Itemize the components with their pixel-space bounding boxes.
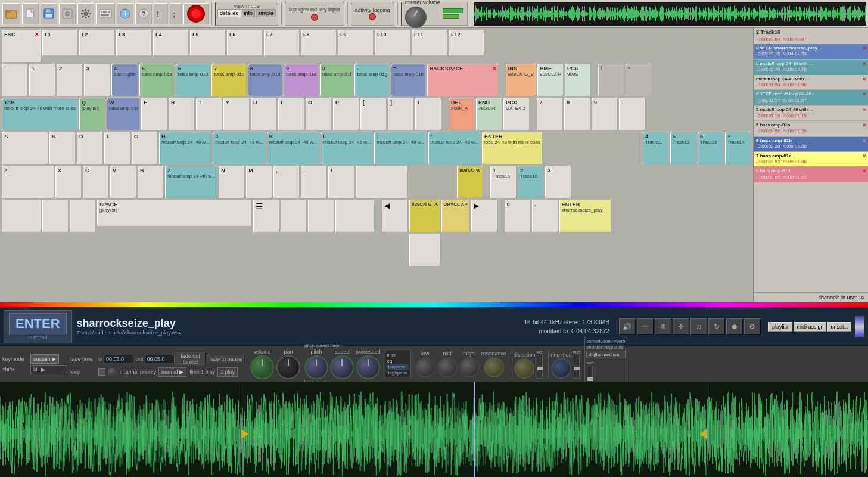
key-u[interactable]: U: [251, 98, 277, 131]
key-numstar[interactable]: *: [626, 64, 652, 97]
key-2[interactable]: 2: [57, 64, 83, 97]
track-item-16[interactable]: 2 Track16 -0:00:20.64 /0:00:48.87: [754, 28, 868, 44]
key-listsel[interactable]: ☰: [253, 200, 279, 233]
key-h[interactable]: Hmcduff loop 24 -48 w...: [159, 132, 211, 165]
key-numminus[interactable]: -: [619, 98, 645, 131]
tab-detailed[interactable]: detailed: [217, 9, 241, 17]
loop-knob[interactable]: [108, 368, 116, 376]
midi-assign-btn[interactable]: midi assign: [794, 322, 826, 332]
key-rshift[interactable]: [356, 166, 408, 199]
key-backslash[interactable]: \: [415, 98, 441, 131]
key-j[interactable]: Jmcduff loop 24 -48 w...: [213, 132, 265, 165]
key-f12[interactable]: F12: [449, 30, 484, 56]
key-minus[interactable]: -bass amp-01g: [354, 64, 390, 97]
help-btn[interactable]: ?: [135, 3, 152, 24]
shortcut-btn[interactable]: !: [154, 3, 168, 24]
low-knob[interactable]: [415, 357, 435, 377]
key-f5[interactable]: F5: [190, 30, 226, 56]
key-comma[interactable]: ,: [273, 166, 300, 199]
volume-slider-right[interactable]: [855, 316, 864, 337]
save-btn[interactable]: [41, 3, 57, 24]
key-i[interactable]: I: [278, 98, 304, 131]
track-item-bass-01b[interactable]: ✕ 6 bass amp-01b -0:00:02.20 /0:00:03.60: [754, 137, 868, 152]
lowpass-opt[interactable]: lowpass: [387, 364, 409, 370]
key-e[interactable]: E: [141, 98, 167, 131]
key-n[interactable]: N: [219, 166, 245, 199]
pan-knob[interactable]: [276, 355, 300, 379]
volume-knob[interactable]: [250, 355, 274, 379]
key-6[interactable]: 6bass amp-01b: [176, 64, 211, 97]
key-period[interactable]: .: [301, 166, 327, 199]
piano-btn[interactable]: ♫: [690, 318, 707, 335]
key-lshift[interactable]: Z: [2, 166, 54, 199]
key-f8[interactable]: F8: [301, 30, 337, 56]
key-k[interactable]: Kmcduff loop 24 -48 w...: [267, 132, 319, 165]
key-q[interactable]: Q[playlist]: [79, 98, 105, 131]
tab-simple[interactable]: simple: [256, 9, 276, 17]
key-num5[interactable]: 5Track12: [670, 132, 696, 165]
waveform-main[interactable]: ⊕: [241, 382, 707, 477]
key-5[interactable]: 5bass amp-01a: [139, 64, 175, 97]
key-d[interactable]: D: [77, 132, 103, 165]
key-numdot[interactable]: .: [532, 200, 558, 233]
limit-1play-btn[interactable]: 1 play: [217, 367, 238, 377]
track-item-enter-sharrock[interactable]: ✕ ENTER sharrockseize_play... -0:02:20.1…: [754, 44, 868, 60]
key-f6[interactable]: F6: [227, 30, 263, 56]
key-b[interactable]: B: [138, 166, 164, 199]
fade-in-input[interactable]: [104, 355, 133, 363]
key-r[interactable]: R: [169, 98, 195, 131]
key-num8[interactable]: 8: [564, 98, 590, 131]
key-caps[interactable]: A: [2, 132, 48, 165]
key-v[interactable]: V: [110, 166, 136, 199]
loop-btn[interactable]: ↻: [708, 318, 725, 335]
ring-mod-knob[interactable]: [551, 358, 571, 379]
key-ralt[interactable]: [281, 200, 307, 233]
key-lalt[interactable]: [70, 200, 96, 233]
track-item-bass-01d[interactable]: ✕ 8 bass amp-01d -0:00:00.65 /0:00:01.92: [754, 167, 868, 182]
digital-medium-btn[interactable]: digital medium: [586, 351, 625, 358]
track-item-mcduff-1[interactable]: ✕ L mcduff loop 24-48 with ... -0:00:00.…: [754, 60, 868, 75]
key-c[interactable]: C: [83, 166, 109, 199]
key-enter[interactable]: ENTERloop 24-48 with more cues: [482, 132, 543, 165]
key-f10[interactable]: F10: [375, 30, 410, 56]
new-btn[interactable]: [22, 3, 39, 24]
key-num2[interactable]: 2Track16: [518, 166, 544, 199]
processed-knob[interactable]: [356, 355, 380, 379]
fade-out-input[interactable]: [145, 355, 175, 363]
key-f4[interactable]: F4: [153, 30, 189, 56]
key-8[interactable]: 8bass amp-01d: [248, 64, 283, 97]
key-4[interactable]: 4bvcr highh: [111, 64, 138, 97]
fade-to-pause-btn[interactable]: fade to pause: [207, 355, 245, 363]
record-btn[interactable]: [183, 3, 209, 24]
kill-dropdown[interactable]: kill ▶: [30, 365, 66, 374]
key-semicolon[interactable]: ;mcduff loop 24 -48 w...: [374, 132, 427, 165]
track-item-mcduff-3[interactable]: ✕ ENTER mcduff loop 24-48... -0:00:01.57…: [754, 90, 868, 106]
key-7[interactable]: 7bass amp-01c: [211, 64, 246, 97]
key-f2[interactable]: F2: [79, 30, 115, 56]
key-right-arrow[interactable]: ▶: [471, 200, 497, 233]
key-f11[interactable]: F11: [412, 30, 447, 56]
key-hme[interactable]: HME808CLA P: [537, 64, 564, 97]
distortion-knob[interactable]: [514, 358, 534, 379]
speed-knob[interactable]: [330, 355, 354, 379]
key-0[interactable]: 0bass amp-01f: [320, 64, 353, 97]
key-lctrl[interactable]: [2, 200, 41, 233]
settings-btn2[interactable]: ⚙: [744, 318, 761, 335]
key-num-enter[interactable]: ENTERsharrockseize_play: [559, 200, 612, 233]
track-item-mcduff-2[interactable]: ✕ mcduff loop 24-48 with ... -0:00:01.56…: [754, 75, 868, 91]
key-808cng-a[interactable]: 808CN G_A: [409, 200, 440, 233]
key-esc[interactable]: ESC✕: [2, 30, 41, 63]
colon-btn[interactable]: ;: [170, 3, 182, 24]
loop-checkbox[interactable]: [98, 368, 105, 376]
crosshair-btn[interactable]: ✛: [673, 318, 689, 335]
key-equals[interactable]: =bass amp-01h: [391, 64, 426, 97]
speaker-btn[interactable]: 🔊: [619, 318, 636, 335]
key-9[interactable]: 9bass amp-01e: [284, 64, 319, 97]
key-left-arrow[interactable]: ◀: [382, 200, 408, 233]
key-f[interactable]: F: [104, 132, 130, 165]
distortion-wet-slider[interactable]: [537, 355, 543, 379]
key-backspace[interactable]: BACKSPACE✕: [427, 64, 499, 97]
tab-info[interactable]: info: [242, 9, 256, 17]
key-quote[interactable]: 'mcduff loop 24 -48 w...: [428, 132, 481, 165]
key-space[interactable]: SPACE[playlist]: [97, 200, 252, 227]
